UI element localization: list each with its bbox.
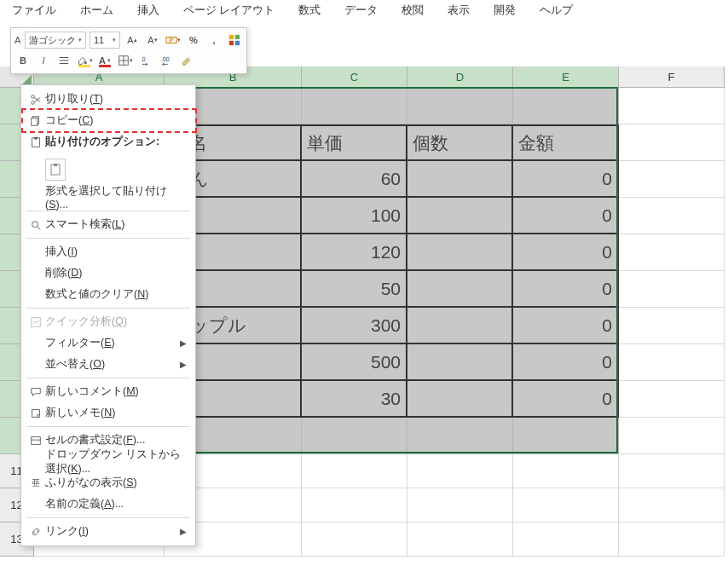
bold-icon[interactable]: B [14, 52, 32, 69]
cell[interactable]: 0 [513, 344, 619, 381]
cell[interactable] [513, 88, 619, 124]
ctx-filter[interactable]: フィルター(E)▶ [21, 332, 195, 354]
cell[interactable]: 120 [302, 234, 407, 271]
menu-home[interactable]: ホーム [68, 3, 125, 18]
menu-developer[interactable]: 開発 [482, 3, 528, 18]
cell[interactable] [302, 418, 407, 454]
ctx-new-note[interactable]: 新しいメモ(N) [21, 402, 195, 424]
cell[interactable]: 500 [302, 344, 407, 381]
menu-page-layout[interactable]: ページ レイアウト [171, 3, 286, 18]
cell[interactable] [619, 308, 725, 344]
cell[interactable]: 300 [302, 308, 407, 344]
cell[interactable] [407, 271, 513, 308]
menu-formulas[interactable]: 数式 [286, 3, 332, 18]
cell[interactable]: 60 [302, 161, 407, 198]
cell[interactable] [619, 198, 725, 234]
fill-color-icon[interactable]: ▾ [76, 52, 93, 69]
paste-default-icon[interactable] [45, 159, 66, 181]
cell[interactable] [407, 88, 513, 124]
ctx-smart-lookup[interactable]: スマート検索(L) [21, 214, 195, 235]
ctx-insert[interactable]: 挿入(I) [21, 241, 195, 263]
cell[interactable] [407, 522, 513, 557]
conditional-format-icon[interactable] [226, 32, 243, 49]
menu-insert[interactable]: 挿入 [125, 3, 171, 18]
decrease-decimal-icon[interactable]: .0 [137, 52, 154, 69]
cell[interactable] [619, 344, 725, 381]
increase-decimal-icon[interactable]: .00 [158, 52, 175, 69]
menu-review[interactable]: 校閲 [390, 3, 436, 18]
cell[interactable]: 30 [302, 381, 407, 418]
table-header[interactable]: 金額 [513, 124, 619, 161]
col-header-E[interactable]: E [513, 66, 619, 88]
table-header[interactable]: 個数 [407, 124, 513, 161]
ctx-cut[interactable]: 切り取り(T) [21, 89, 195, 110]
cell[interactable] [302, 454, 407, 488]
cell[interactable]: 0 [513, 234, 619, 271]
ctx-sort[interactable]: 並べ替え(O)▶ [21, 354, 195, 375]
accounting-format-icon[interactable]: ▾ [165, 32, 182, 49]
cell[interactable] [302, 488, 407, 522]
cell[interactable]: 0 [513, 161, 619, 198]
cell[interactable] [407, 454, 513, 488]
menu-file[interactable]: ファイル [0, 3, 68, 18]
ctx-define-name[interactable]: 名前の定義(A)... [21, 494, 195, 515]
ctx-dropdown-list[interactable]: ドロップダウン リストから選択(K)... [21, 451, 195, 472]
cell[interactable] [619, 488, 725, 522]
cell[interactable] [407, 234, 513, 271]
ctx-paste-options[interactable] [21, 153, 195, 187]
cell[interactable] [619, 234, 725, 271]
cell[interactable] [407, 198, 513, 234]
cell[interactable]: 0 [513, 271, 619, 308]
ctx-new-comment[interactable]: 新しいコメント(M) [21, 381, 195, 402]
ctx-paste-special[interactable]: 形式を選択して貼り付け(S)... [21, 187, 195, 208]
cell[interactable] [513, 454, 619, 488]
col-header-F[interactable]: F [619, 66, 725, 88]
cell[interactable] [619, 418, 725, 454]
cell[interactable] [619, 454, 725, 488]
table-header[interactable]: 単価 [302, 124, 407, 161]
comma-icon[interactable]: , [205, 32, 222, 49]
cell[interactable] [619, 88, 725, 124]
cell[interactable]: 0 [513, 198, 619, 234]
cell[interactable] [407, 418, 513, 454]
cell[interactable] [513, 522, 619, 557]
cell[interactable] [619, 124, 725, 161]
cell[interactable] [619, 522, 725, 557]
cell[interactable] [619, 381, 725, 418]
borders-icon[interactable]: ▾ [117, 52, 134, 69]
menu-data[interactable]: データ [332, 3, 390, 18]
cell[interactable] [302, 88, 407, 124]
cell[interactable] [619, 271, 725, 308]
ctx-clear[interactable]: 数式と値のクリア(N) [21, 284, 195, 305]
cell[interactable]: 0 [513, 381, 619, 418]
percent-icon[interactable]: % [185, 32, 202, 49]
cell[interactable]: 100 [302, 198, 407, 234]
increase-font-icon[interactable]: A▴ [124, 32, 141, 49]
format-painter-icon[interactable] [178, 52, 195, 69]
cell[interactable] [302, 522, 407, 557]
cell[interactable] [407, 488, 513, 522]
menu-help[interactable]: ヘルプ [528, 3, 585, 18]
font-size-select[interactable]: 11▾ [90, 32, 120, 49]
cell[interactable] [619, 161, 725, 198]
cell[interactable] [407, 161, 513, 198]
cell[interactable] [407, 308, 513, 344]
cell[interactable] [513, 488, 619, 522]
col-header-C[interactable]: C [302, 66, 407, 88]
ctx-delete[interactable]: 削除(D) [21, 263, 195, 284]
menu-view[interactable]: 表示 [436, 3, 482, 18]
cell[interactable]: 50 [302, 271, 407, 308]
cell[interactable] [513, 418, 619, 454]
decrease-font-icon[interactable]: A▾ [144, 32, 161, 49]
align-icon[interactable] [55, 52, 72, 69]
font-color-icon[interactable]: A ▾ [96, 52, 113, 69]
cell[interactable] [407, 381, 513, 418]
font-name-select[interactable]: 游ゴシック▾ [25, 32, 86, 49]
ctx-copy[interactable]: コピー(C) [21, 110, 195, 131]
cell[interactable] [407, 344, 513, 381]
ctx-link[interactable]: リンク(I)▶ [21, 521, 195, 542]
cell[interactable]: 0 [513, 308, 619, 344]
col-header-D[interactable]: D [407, 66, 513, 88]
italic-icon[interactable]: I [35, 52, 52, 69]
ctx-show-furigana[interactable]: 亜 ふりがなの表示(S) [21, 472, 195, 494]
